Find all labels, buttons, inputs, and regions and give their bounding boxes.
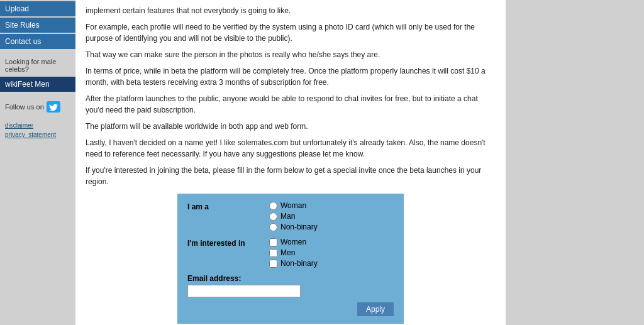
radio-man-label: Man xyxy=(280,212,295,221)
sidebar-privacy-link[interactable]: privacy_statement xyxy=(0,130,75,140)
radio-nonbinary-label: Non-binary xyxy=(280,223,318,231)
sidebar-item-site-rules[interactable]: Site Rules xyxy=(0,18,75,33)
beta-signup-form: I am a Woman Man Non-binary xyxy=(177,194,404,324)
follow-label: Follow us on xyxy=(5,103,44,111)
radio-man-input[interactable] xyxy=(269,212,277,221)
para-8: If you're interested in joining the beta… xyxy=(86,165,496,187)
sidebar: Upload Site Rules Contact us Looking for… xyxy=(0,0,75,325)
checkbox-women-input[interactable] xyxy=(269,238,277,246)
checkbox-women[interactable]: Women xyxy=(269,238,394,246)
interest-options: Women Men Non-binary xyxy=(269,238,394,268)
sidebar-item-upload[interactable]: Upload xyxy=(0,1,75,16)
para-1: implement certain features that not ever… xyxy=(86,5,496,16)
twitter-icon[interactable] xyxy=(47,101,60,113)
checkbox-women-label: Women xyxy=(280,238,306,246)
checkbox-men-label: Men xyxy=(280,248,295,257)
main-content: implement certain features that not ever… xyxy=(75,0,506,325)
apply-button[interactable]: Apply xyxy=(357,302,394,316)
checkbox-nonbinary-label: Non-binary xyxy=(280,259,318,268)
interest-row: I'm interested in Women Men Non-binary xyxy=(187,238,394,268)
radio-woman-label: Woman xyxy=(280,201,306,210)
para-3: That way we can make sure the person in … xyxy=(86,49,496,60)
radio-man[interactable]: Man xyxy=(269,212,394,221)
radio-woman[interactable]: Woman xyxy=(269,201,394,210)
para-4: In terms of price, while in beta the pla… xyxy=(86,65,496,88)
content-block: implement certain features that not ever… xyxy=(86,5,496,187)
checkbox-men[interactable]: Men xyxy=(269,248,394,257)
email-row: Email address: xyxy=(187,274,394,297)
email-input[interactable] xyxy=(187,285,301,297)
sidebar-item-wikifeet-men[interactable]: wikiFeet Men xyxy=(0,77,75,92)
para-2: For example, each profile will need to b… xyxy=(86,21,496,44)
gender-row: I am a Woman Man Non-binary xyxy=(187,201,394,231)
twitter-follow-row[interactable]: Follow us on xyxy=(0,98,75,116)
sidebar-looking-label: Looking for male celebs? xyxy=(0,55,75,75)
radio-woman-input[interactable] xyxy=(269,202,277,210)
i-am-a-label: I am a xyxy=(187,201,269,231)
sidebar-item-contact[interactable]: Contact us xyxy=(0,34,75,49)
checkbox-nonbinary[interactable]: Non-binary xyxy=(269,259,394,268)
radio-nonbinary[interactable]: Non-binary xyxy=(269,223,394,231)
email-label: Email address: xyxy=(187,274,394,283)
gender-options: Woman Man Non-binary xyxy=(269,201,394,231)
right-panel xyxy=(506,0,644,325)
para-6: The platform will be available worldwide… xyxy=(86,121,496,132)
checkbox-nonbinary-input[interactable] xyxy=(269,260,277,268)
para-5: After the platform launches to the publi… xyxy=(86,93,496,116)
checkbox-men-input[interactable] xyxy=(269,249,277,257)
radio-nonbinary-input[interactable] xyxy=(269,223,277,231)
interested-in-label: I'm interested in xyxy=(187,238,269,268)
para-7: Lastly, I haven't decided on a name yet!… xyxy=(86,137,496,160)
sidebar-disclaimer-link[interactable]: disclaimer xyxy=(0,121,75,130)
